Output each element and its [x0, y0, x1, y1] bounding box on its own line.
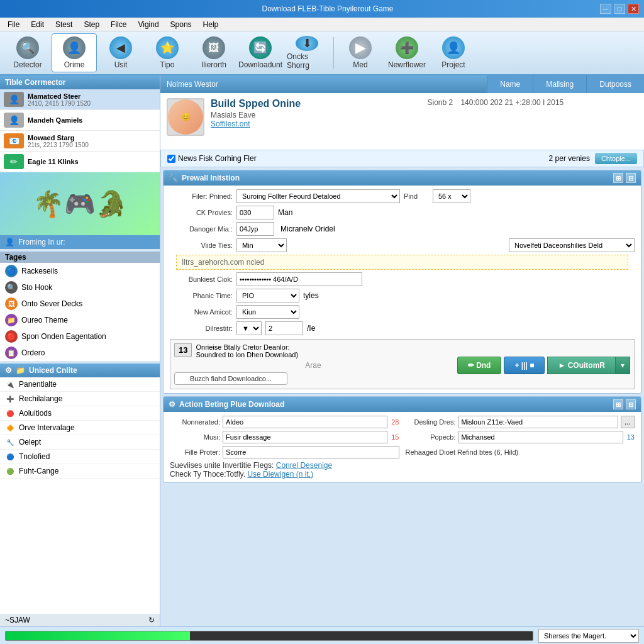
uniced-label-5: Tnolofied [19, 452, 50, 461]
prewall-ctrl-2[interactable]: ⊟ [626, 173, 636, 183]
left-sidebar: Tible Corrmector 👤 Mamatced Steer 2410, … [0, 75, 160, 626]
customr-main-button[interactable]: ► COuitomR [547, 357, 616, 374]
tags-list: 🔵 Rackeseils 🔍 Sto Hook 🖼 Onto Sever Dec… [0, 263, 160, 361]
ck-unit: Man [278, 208, 292, 217]
danoger-input[interactable] [236, 222, 274, 236]
menu-step[interactable]: Step [79, 19, 104, 30]
contact-icon-2: 📧 [4, 133, 24, 148]
toolbar-project[interactable]: 👤 Project [431, 33, 476, 72]
detector-icon: 🔍 [16, 36, 39, 59]
menu-help[interactable]: Help [198, 19, 224, 30]
action-header-icon: ⚙ [169, 400, 175, 409]
menu-filce[interactable]: Filce [106, 19, 131, 30]
contact-text-3: Eagie 11 Klinks [28, 158, 156, 165]
sidebar-contact-2[interactable]: 📧 Mowaed Starg 21ts, 2213 1790 1500 [0, 131, 160, 152]
dilrestitr-label: Dilrestitr: [170, 325, 233, 332]
newrflower-label: Newrflower [388, 60, 426, 69]
tag-item-3[interactable]: 📁 Oureo Theme [0, 312, 160, 328]
desling-browse-button[interactable]: ... [621, 416, 635, 428]
uniced-icon-3: 🔶 [5, 423, 15, 433]
dnd-button[interactable]: ✏ Dnd [457, 357, 502, 374]
menu-file[interactable]: File [3, 19, 25, 30]
toolbar-tipo[interactable]: ⭐ Tipo [145, 33, 190, 72]
project-label: Project [441, 60, 465, 69]
phanic-select[interactable]: PIO [236, 289, 299, 303]
sidebar-contact-0[interactable]: 👤 Mamatced Steer 2410, 2415 1790 1520 [0, 89, 160, 110]
uniced-label-1: Rechilalange [19, 394, 62, 403]
contact-name-0: Mamatced Steer [28, 92, 156, 100]
maximize-button[interactable]: □ [614, 4, 625, 14]
tag-item-1[interactable]: 🔍 Sto Hook [0, 279, 160, 296]
fille-input[interactable] [223, 446, 399, 458]
news-checkbox-label[interactable]: News Fisk Corhing Fler [167, 154, 257, 163]
customr-arrow-button[interactable]: ▾ [616, 357, 630, 374]
toolbar-usit[interactable]: ◀ Usit [98, 33, 143, 72]
pind-select[interactable]: 56 x [433, 189, 470, 203]
menu-edit[interactable]: Edit [26, 19, 49, 30]
prewall-title: Prewall Initstion [182, 174, 240, 182]
action-body: Nonnerated: 28 Desling Dres: ... Musi: [164, 412, 641, 482]
musi-input[interactable] [223, 431, 387, 443]
toolbar-downloadunt[interactable]: 🔄 Downloadunt [238, 33, 283, 72]
viide-select[interactable]: Min [236, 238, 287, 252]
badge2: 140:000 202 21 +:28:00 I 2015 [460, 98, 564, 107]
contact-link[interactable]: Soffilest.ont [211, 119, 421, 128]
uniced-item-3[interactable]: 🔶 Orve Intervalage [0, 421, 160, 435]
toolbar-oncks[interactable]: ⬇ Oncks Shorrg [284, 33, 330, 72]
newramicot-select[interactable]: Kiun [236, 305, 299, 319]
contact-header-col2: Mallsing [533, 75, 586, 93]
dilrestitr-row: Dilrestitr: ▼ /Ie [170, 321, 635, 335]
tag-item-0[interactable]: 🔵 Rackeseils [0, 263, 160, 279]
project-icon: 👤 [442, 36, 465, 59]
menu-vigind[interactable]: Vigind [133, 19, 164, 30]
uniced-item-5[interactable]: 🔵 Tnolofied [0, 450, 160, 464]
chtople-button[interactable]: Chtople... [595, 153, 637, 164]
status-dropdown[interactable]: Sherses the Magert. [538, 629, 639, 643]
sidebar-section-title: Tible Corrmector [0, 75, 160, 89]
action-ctrl-1[interactable]: ⊞ [613, 399, 623, 409]
novelfeti-select[interactable]: Novelfeti Daceonshilies Deld [509, 238, 635, 252]
uniced-item-1[interactable]: ➕ Rechilalange [0, 392, 160, 406]
dnd-label: Dnd [476, 361, 491, 370]
news-checkbox[interactable] [167, 155, 175, 163]
uniced-item-4[interactable]: 🔧 Oelept [0, 435, 160, 450]
filter-select[interactable]: Suroing Follter Feourd Detaloed [236, 189, 400, 203]
bunkiest-input[interactable] [236, 272, 362, 286]
toolbar-med[interactable]: ▶ Med [338, 33, 383, 72]
uniced-item-0[interactable]: 🔌 Panentialte [0, 377, 160, 392]
popecb-input[interactable] [458, 431, 623, 443]
dilrestitr-input[interactable] [265, 321, 303, 335]
uniced-item-6[interactable]: 🟢 Fuht-Cange [0, 464, 160, 479]
desling-input[interactable] [458, 416, 619, 428]
sidebar-contact-3[interactable]: ✏ Eagie 11 Klinks [0, 152, 160, 172]
action-ctrl-2[interactable]: ⊟ [626, 399, 636, 409]
toolbar-detector[interactable]: 🔍 Detector [5, 33, 50, 72]
contact-detail-right: Sionb 2 140:000 202 21 +:28:00 I 2015 [428, 98, 638, 145]
multi-button[interactable]: + ||| ■ [504, 357, 545, 374]
toolbar-newrflower[interactable]: ➕ Newrflower [384, 33, 430, 72]
uniced-scroll-icon[interactable]: ↻ [148, 616, 155, 625]
close-button[interactable]: ✕ [628, 4, 639, 14]
minimize-button[interactable]: ─ [600, 4, 611, 14]
menu-stest[interactable]: Stest [50, 19, 77, 30]
badge1: Sionb 2 [428, 98, 453, 107]
menu-spons[interactable]: Spons [165, 19, 197, 30]
dilrestitr-select[interactable]: ▼ [236, 321, 262, 335]
uniced-item-2[interactable]: 🔴 Aoluitiods [0, 406, 160, 421]
sidebar-contact-1[interactable]: 👤 Mandeh Qamiels [0, 110, 160, 131]
footer1-link[interactable]: Conrel Desenige [276, 461, 332, 470]
tag-item-5[interactable]: 📋 Ordero [0, 345, 160, 361]
footer2-link[interactable]: Use Diewigen (n it.) [247, 470, 313, 479]
action-popecb: Popecb: 13 [406, 431, 635, 443]
uniced-icon-4: 🔧 [5, 437, 15, 447]
nonnerated-input[interactable] [223, 416, 387, 428]
toolbar-orime[interactable]: 👤 Orime [52, 33, 97, 72]
buzch-button[interactable]: Buzch fiahd Downloadco... [174, 372, 287, 385]
prewall-ctrl-1[interactable]: ⊞ [613, 173, 623, 183]
tag-item-2[interactable]: 🖼 Onto Sever Decks [0, 296, 160, 312]
sidebar-footer-text: Froming In ur: [18, 238, 65, 247]
pind-label: Pind [404, 192, 429, 200]
toolbar-ilierorth[interactable]: 🖼 Ilierorth [191, 33, 236, 72]
ck-input[interactable] [236, 206, 274, 219]
tag-item-4[interactable]: 🔴 Spon Onden Eagentation [0, 328, 160, 345]
